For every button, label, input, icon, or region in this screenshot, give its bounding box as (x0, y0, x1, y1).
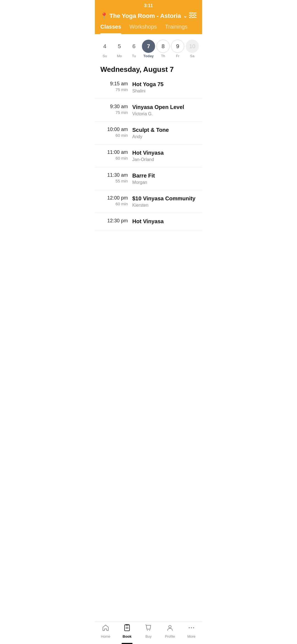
date-label-fr: Fr (176, 54, 179, 58)
date-label-mo: Mo (117, 54, 122, 58)
class-item-0[interactable]: 9:15 am 75 min Hot Yoga 75 Shalini (95, 76, 202, 99)
class-info-6: Hot Vinyasa (132, 218, 197, 226)
date-label-tu: Tu (132, 54, 136, 58)
date-num-6[interactable]: 6 (127, 40, 141, 53)
svg-point-4 (194, 14, 196, 16)
filter-button[interactable] (189, 12, 197, 20)
header: 📍 The Yoga Room - Astoria ⌄ (95, 10, 202, 20)
class-time-1: 9:30 am 75 min (100, 104, 128, 115)
chevron-down-icon: ⌄ (183, 13, 187, 19)
date-picker: 4 Su 5 Mo 6 Tu 7 Today 8 Th 9 Fr 10 Sa (95, 34, 202, 61)
date-item-su[interactable]: 4 Su (98, 40, 111, 58)
class-item-1[interactable]: 9:30 am 75 min Vinyasa Open Level Victor… (95, 99, 202, 122)
class-info-0: Hot Yoga 75 Shalini (132, 81, 197, 94)
class-time-5: 12:00 pm 60 min (100, 195, 128, 206)
tab-workshops[interactable]: Workshops (130, 24, 157, 34)
class-time-6: 12:30 pm (100, 218, 128, 224)
location-name: The Yoga Room - Astoria (109, 12, 181, 20)
svg-point-3 (190, 12, 192, 14)
location-pin-icon: 📍 (100, 12, 108, 20)
date-label-sa: Sa (190, 54, 194, 58)
date-num-4[interactable]: 4 (98, 40, 111, 53)
location-selector[interactable]: 📍 The Yoga Room - Astoria ⌄ (100, 12, 187, 20)
class-info-2: Sculpt & Tone Andy (132, 127, 197, 139)
class-info-1: Vinyasa Open Level Victoria G. (132, 104, 197, 116)
class-time-2: 10:00 am 60 min (100, 127, 128, 138)
class-item-5[interactable]: 12:00 pm 60 min $10 Vinyasa Community Ki… (95, 190, 202, 213)
class-time-0: 9:15 am 75 min (100, 81, 128, 92)
class-list: 9:15 am 75 min Hot Yoga 75 Shalini 9:30 … (95, 76, 202, 258)
nav-tabs: Classes Workshops Trainings (95, 20, 202, 34)
class-info-3: Hot Vinyasa Jan-Orland (132, 149, 197, 162)
class-time-4: 11:30 am 55 min (100, 172, 128, 183)
tab-trainings[interactable]: Trainings (165, 24, 188, 34)
class-item-6[interactable]: 12:30 pm Hot Vinyasa (95, 213, 202, 231)
date-num-10[interactable]: 10 (186, 40, 199, 53)
day-heading: Wednesday, August 7 (95, 61, 202, 76)
class-item-2[interactable]: 10:00 am 60 min Sculpt & Tone Andy (95, 122, 202, 144)
date-num-7[interactable]: 7 (142, 40, 155, 53)
class-item-3[interactable]: 11:00 am 60 min Hot Vinyasa Jan-Orland (95, 144, 202, 167)
date-label-today: Today (143, 54, 153, 58)
date-num-9[interactable]: 9 (171, 40, 184, 53)
date-label-th: Th (161, 54, 165, 58)
status-bar: 3:11 (95, 0, 202, 10)
date-item-th[interactable]: 8 Th (156, 40, 170, 58)
date-label-su: Su (103, 54, 107, 58)
date-num-8[interactable]: 8 (156, 40, 170, 53)
status-time: 3:11 (144, 3, 153, 8)
date-item-fr[interactable]: 9 Fr (171, 40, 184, 58)
date-item-tu[interactable]: 6 Tu (127, 40, 141, 58)
class-info-4: Barre Fit Morgan (132, 172, 197, 185)
date-item-today[interactable]: 7 Today (142, 40, 155, 58)
class-info-5: $10 Vinyasa Community Kiersten (132, 195, 197, 208)
tab-classes[interactable]: Classes (100, 24, 121, 34)
class-item-4[interactable]: 11:30 am 55 min Barre Fit Morgan (95, 167, 202, 190)
svg-point-5 (190, 17, 192, 18)
date-num-5[interactable]: 5 (113, 40, 126, 53)
date-item-sa[interactable]: 10 Sa (186, 40, 199, 58)
class-time-3: 11:00 am 60 min (100, 149, 128, 160)
date-item-mo[interactable]: 5 Mo (113, 40, 126, 58)
